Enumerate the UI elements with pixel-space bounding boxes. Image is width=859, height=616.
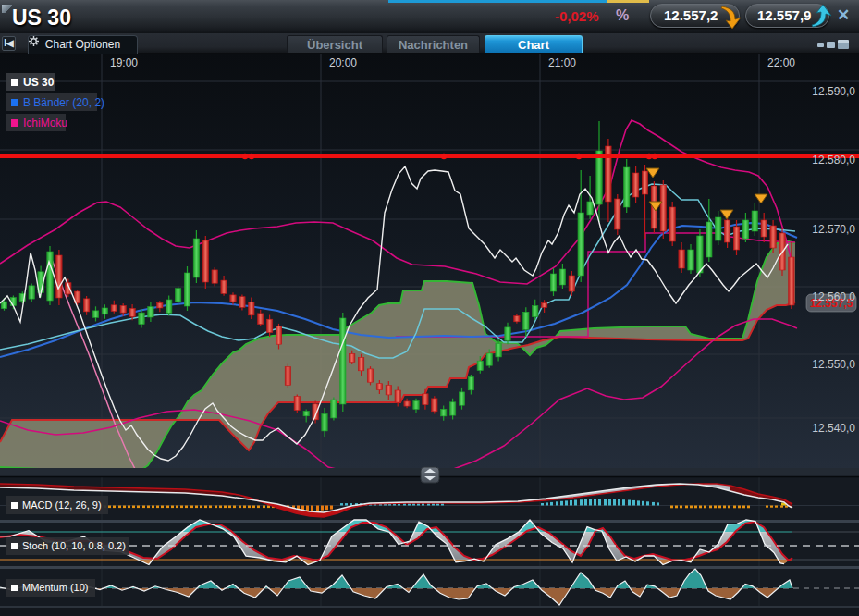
svg-text:22:00: 22:00 [767, 56, 795, 69]
svg-text:12.590,0: 12.590,0 [812, 85, 855, 98]
svg-text:IchiMoku: IchiMoku [23, 117, 67, 129]
svg-text:12.550,0: 12.550,0 [812, 358, 855, 371]
svg-text:12.560,0: 12.560,0 [812, 290, 855, 303]
svg-text:MMentum (10): MMentum (10) [22, 582, 89, 593]
svg-text:19:00: 19:00 [110, 56, 138, 69]
svg-text:12.570,0: 12.570,0 [812, 223, 855, 236]
svg-text:B Bänder (20, 2): B Bänder (20, 2) [23, 96, 104, 109]
svg-text:US 30: US 30 [23, 76, 55, 89]
svg-text:12.580,0: 12.580,0 [812, 154, 855, 166]
svg-text:20:00: 20:00 [329, 56, 357, 69]
svg-text:21:00: 21:00 [548, 56, 576, 69]
svg-text:Stoch (10, 10, 0.8, 0.2): Stoch (10, 10, 0.8, 0.2) [22, 540, 126, 551]
svg-text:MACD (12, 26, 9): MACD (12, 26, 9) [22, 499, 102, 511]
svg-text:12.540,0: 12.540,0 [812, 422, 855, 435]
